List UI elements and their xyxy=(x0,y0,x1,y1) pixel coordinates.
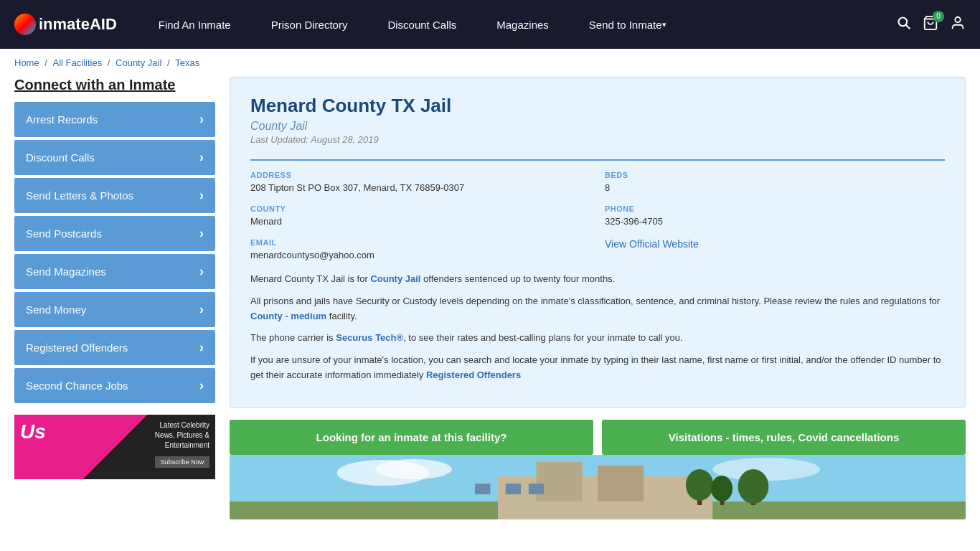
find-inmate-button[interactable]: Looking for an inmate at this facility? xyxy=(230,420,593,455)
cart-button[interactable]: 0 xyxy=(923,15,938,34)
email-value: menardcountyso@yahoo.com xyxy=(250,250,590,260)
ad-subscribe-button[interactable]: Subscribe Now xyxy=(155,456,209,468)
nav-prison-directory[interactable]: Prison Directory xyxy=(251,0,368,49)
logo-icon xyxy=(14,14,36,35)
sidebar-ad[interactable]: Us Latest CelebrityNews, Pictures &Enter… xyxy=(14,415,215,479)
chevron-right-icon: › xyxy=(199,264,204,279)
logo[interactable]: inmateAID xyxy=(14,14,117,35)
chevron-right-icon: › xyxy=(199,340,204,355)
breadcrumb-all-facilities[interactable]: All Facilities xyxy=(53,57,103,68)
header: inmateAID Find An Inmate Prison Director… xyxy=(0,0,980,49)
email-label: EMAIL xyxy=(250,238,590,247)
sidebar: Connect with an Inmate Arrest Records › … xyxy=(14,77,215,519)
sidebar-item-arrest-records[interactable]: Arrest Records › xyxy=(14,102,215,137)
breadcrumb-sep-3: / xyxy=(167,57,172,68)
breadcrumb: Home / All Facilities / County Jail / Te… xyxy=(0,49,980,77)
sidebar-item-label: Send Letters & Photos xyxy=(26,189,133,202)
breadcrumb-sep-2: / xyxy=(108,57,113,68)
county-value: Menard xyxy=(250,216,590,227)
logo-text: inmateAID xyxy=(39,15,117,34)
county-jail-link[interactable]: County Jail xyxy=(370,273,420,284)
svg-point-7 xyxy=(712,458,820,481)
svg-line-1 xyxy=(906,24,910,29)
securus-link[interactable]: Securus Tech® xyxy=(336,332,403,343)
facility-info-grid: ADDRESS 208 Tipton St PO Box 307, Menard… xyxy=(250,159,945,260)
nav-find-inmate[interactable]: Find An Inmate xyxy=(138,0,251,49)
sidebar-item-label: Send Money xyxy=(26,303,86,316)
svg-point-20 xyxy=(738,469,769,504)
cart-badge: 0 xyxy=(933,11,944,22)
sidebar-item-label: Discount Calls xyxy=(26,151,95,164)
registered-offenders-link[interactable]: Registered Offenders xyxy=(426,369,521,380)
sidebar-item-send-letters[interactable]: Send Letters & Photos › xyxy=(14,178,215,213)
sidebar-item-label: Second Chance Jobs xyxy=(26,380,128,392)
main-layout: Connect with an Inmate Arrest Records › … xyxy=(0,77,980,534)
sidebar-ad-inner: Us Latest CelebrityNews, Pictures &Enter… xyxy=(14,415,215,479)
visitation-button[interactable]: Visitations - times, rules, Covid cancel… xyxy=(602,420,966,455)
chevron-right-icon: › xyxy=(199,378,204,393)
desc-1: Menard County TX Jail is for County Jail… xyxy=(250,272,945,287)
svg-point-3 xyxy=(955,17,960,22)
svg-rect-13 xyxy=(529,484,544,494)
search-icon xyxy=(897,16,911,30)
sidebar-item-send-money[interactable]: Send Money › xyxy=(14,292,215,327)
chevron-right-icon: › xyxy=(199,226,204,241)
building-silhouette xyxy=(230,455,966,519)
beds-block: BEDS 8 xyxy=(605,171,945,193)
breadcrumb-home[interactable]: Home xyxy=(14,57,39,68)
user-button[interactable] xyxy=(950,15,966,34)
facility-description: Menard County TX Jail is for County Jail… xyxy=(250,272,945,383)
email-block: EMAIL menardcountyso@yahoo.com xyxy=(250,238,590,260)
address-label: ADDRESS xyxy=(250,171,590,179)
facility-updated: Last Updated: August 28, 2019 xyxy=(250,134,945,145)
sidebar-item-second-chance-jobs[interactable]: Second Chance Jobs › xyxy=(14,368,215,403)
desc-4: If you are unsure of your inmate's locat… xyxy=(250,353,945,383)
website-link[interactable]: View Official Website xyxy=(605,238,699,250)
desc-2: All prisons and jails have Security or C… xyxy=(250,294,945,324)
search-button[interactable] xyxy=(897,16,911,34)
desc-3: The phone carrier is Securus Tech®, to s… xyxy=(250,331,945,346)
sidebar-item-send-magazines[interactable]: Send Magazines › xyxy=(14,254,215,289)
phone-value: 325-396-4705 xyxy=(605,216,945,227)
address-value: 208 Tipton St PO Box 307, Menard, TX 768… xyxy=(250,182,590,193)
phone-label: PHONE xyxy=(605,204,945,213)
svg-point-18 xyxy=(711,476,732,501)
chevron-right-icon: › xyxy=(199,188,204,203)
chevron-right-icon: › xyxy=(199,302,204,317)
breadcrumb-sep-1: / xyxy=(44,57,50,68)
county-medium-link[interactable]: County - medium xyxy=(250,311,326,321)
website-block: View Official Website xyxy=(605,238,945,260)
beds-value: 8 xyxy=(605,182,945,193)
sidebar-item-label: Send Postcards xyxy=(26,227,102,240)
beds-label: BEDS xyxy=(605,171,945,179)
county-label: COUNTY xyxy=(250,204,590,213)
sidebar-item-discount-calls[interactable]: Discount Calls › xyxy=(14,140,215,175)
svg-point-6 xyxy=(375,459,452,479)
svg-point-16 xyxy=(686,469,713,501)
nav-send-to-inmate[interactable]: Send to Inmate xyxy=(569,0,687,49)
svg-rect-12 xyxy=(506,484,521,494)
ad-headline: Latest CelebrityNews, Pictures &Entertai… xyxy=(155,420,209,451)
facility-photo xyxy=(230,455,966,519)
action-buttons: Looking for an inmate at this facility? … xyxy=(230,420,966,455)
facility-type: County Jail xyxy=(250,120,945,133)
facility-title: Menard County TX Jail xyxy=(250,95,945,117)
svg-rect-11 xyxy=(598,466,644,501)
chevron-right-icon: › xyxy=(199,150,204,165)
nav-magazines[interactable]: Magazines xyxy=(476,0,569,49)
phone-block: PHONE 325-396-4705 xyxy=(605,204,945,227)
sidebar-item-label: Send Magazines xyxy=(26,265,106,278)
county-block: COUNTY Menard xyxy=(250,204,590,227)
nav-discount-calls[interactable]: Discount Calls xyxy=(367,0,476,49)
svg-rect-10 xyxy=(537,462,583,501)
main-nav: Find An Inmate Prison Directory Discount… xyxy=(138,0,897,49)
sidebar-menu: Arrest Records › Discount Calls › Send L… xyxy=(14,102,215,403)
main-content: Menard County TX Jail County Jail Last U… xyxy=(230,77,966,519)
sidebar-item-label: Arrest Records xyxy=(26,113,98,126)
svg-rect-14 xyxy=(475,484,490,494)
nav-icons: 0 xyxy=(897,15,966,34)
breadcrumb-texas[interactable]: Texas xyxy=(175,57,199,68)
sidebar-item-send-postcards[interactable]: Send Postcards › xyxy=(14,216,215,251)
sidebar-item-registered-offenders[interactable]: Registered Offenders › xyxy=(14,330,215,365)
breadcrumb-county-jail[interactable]: County Jail xyxy=(116,57,161,68)
